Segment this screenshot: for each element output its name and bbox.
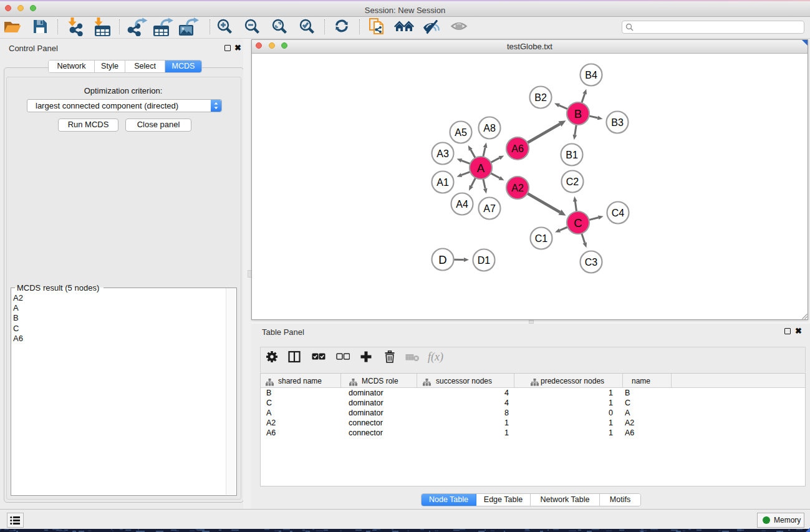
node-label-C4: C4 [612, 208, 625, 218]
result-item[interactable]: C [13, 324, 23, 334]
delete-table-icon[interactable] [405, 354, 420, 361]
edge-B-B3[interactable] [589, 116, 598, 118]
column-separator[interactable] [340, 374, 341, 387]
edge-A-A8[interactable] [483, 148, 485, 157]
table-tab-network-table[interactable]: Network Table [531, 494, 600, 506]
edge-arrowhead [597, 116, 603, 120]
main-toolbar [0, 17, 810, 39]
select-all-icon[interactable] [312, 353, 325, 360]
edge-C-C1[interactable] [560, 227, 568, 230]
criterion-dropdown[interactable]: largest connected component (directed) [27, 99, 222, 112]
wallpaper-speckle [478, 531, 485, 532]
panel-list-button[interactable] [7, 513, 24, 528]
table-tab-node-table[interactable]: Node Table [422, 494, 476, 506]
result-item[interactable]: A2 [13, 293, 23, 303]
wallpaper-speckle [587, 531, 592, 532]
refresh-icon[interactable] [334, 19, 350, 36]
control-panel-close-icon[interactable]: ✖ [234, 44, 241, 52]
result-item[interactable]: A6 [13, 334, 23, 344]
wallpaper-speckle [279, 531, 281, 532]
wallpaper-speckle [429, 531, 430, 532]
wallpaper-speckle [355, 530, 362, 531]
table-tab-motifs[interactable]: Motifs [600, 494, 640, 506]
column-header[interactable]: shared name [278, 377, 322, 385]
search-input[interactable] [636, 22, 801, 33]
import-network-icon[interactable] [66, 17, 85, 36]
mcds-result-list[interactable]: A2ABCA6 [13, 293, 23, 344]
horizontal-splitter-grip[interactable] [529, 320, 534, 324]
save-session-icon[interactable] [32, 19, 48, 34]
table-panel-float-icon[interactable] [784, 328, 791, 334]
zoom-out-icon[interactable] [244, 19, 261, 35]
zoom-fit-icon[interactable] [272, 19, 288, 35]
column-separator[interactable] [514, 374, 514, 387]
network-graph-canvas[interactable]: AA1A2A3A4A5A6A7A8BB1B2B3B4CC1C2C3C4DD1 [252, 54, 808, 319]
wallpaper-speckle [112, 530, 113, 531]
toolbar-separator [119, 19, 120, 34]
edge-C-C2[interactable] [575, 201, 576, 211]
table-tab-edge-table[interactable]: Edge Table [476, 494, 531, 506]
wallpaper-speckle [578, 530, 581, 531]
function-builder-icon[interactable]: f(x) [428, 351, 443, 364]
table-panel-close-icon[interactable]: ✖ [795, 327, 802, 336]
delete-column-icon[interactable] [384, 351, 395, 363]
clone-network-icon[interactable] [369, 17, 386, 37]
export-network-icon[interactable] [127, 17, 148, 36]
search-field[interactable] [622, 21, 804, 34]
column-header[interactable]: name [632, 377, 650, 385]
import-table-icon[interactable] [94, 17, 112, 36]
open-file-icon[interactable] [3, 19, 22, 35]
wallpaper-speckle [79, 531, 84, 532]
edge-A-A1[interactable] [461, 172, 470, 175]
deselect-all-icon[interactable] [336, 353, 350, 360]
network-window-titlebar[interactable]: testGlobe.txt [252, 40, 808, 54]
edge-B-B4[interactable] [582, 94, 585, 104]
wallpaper-speckle [718, 530, 721, 531]
edge-B-B1[interactable] [575, 125, 577, 135]
edge-C-C3[interactable] [582, 233, 585, 243]
column-header[interactable]: predecessor nodes [541, 377, 604, 385]
edge-A-A2[interactable] [491, 173, 500, 178]
edge-A-A3[interactable] [461, 160, 470, 163]
gear-icon[interactable] [266, 351, 278, 363]
result-scrollbar[interactable] [226, 288, 236, 495]
home-icon[interactable] [394, 20, 414, 34]
split-panel-icon[interactable] [288, 351, 301, 363]
result-box-border [104, 288, 236, 288]
edge-A6-B[interactable] [528, 124, 560, 143]
tab-style[interactable]: Style [95, 60, 125, 72]
column-separator[interactable] [417, 374, 417, 387]
export-table-icon[interactable] [153, 17, 175, 36]
result-item[interactable]: B [13, 313, 23, 323]
tab-mcds[interactable]: MCDS [165, 60, 201, 72]
hide-details-icon[interactable] [423, 20, 440, 34]
edge-A-A4[interactable] [471, 178, 476, 186]
zoom-selected-icon[interactable] [299, 19, 316, 35]
tab-network[interactable]: Network [49, 60, 95, 72]
network-window-title: testGlobe.txt [252, 42, 808, 51]
column-header[interactable]: MCDS role [362, 377, 398, 385]
wallpaper-speckle [453, 530, 460, 531]
memory-button[interactable]: Memory [757, 513, 804, 528]
edge-A2-C[interactable] [528, 193, 560, 212]
edge-A-A7[interactable] [483, 179, 485, 189]
column-separator[interactable] [622, 374, 623, 387]
export-image-icon[interactable] [179, 17, 200, 36]
edge-C-C4[interactable] [589, 218, 599, 220]
run-mcds-button[interactable]: Run MCDS [58, 118, 118, 132]
column-header[interactable]: successor nodes [436, 377, 492, 385]
column-separator[interactable] [671, 374, 672, 387]
show-details-icon[interactable] [451, 21, 468, 32]
edge-A-A5[interactable] [471, 150, 475, 158]
table-header[interactable]: shared nameMCDS rolesuccessor nodesprede… [261, 374, 805, 388]
add-column-icon[interactable] [360, 351, 372, 363]
control-panel-float-icon[interactable] [224, 45, 231, 51]
result-item[interactable]: A [13, 303, 23, 313]
tab-select[interactable]: Select [125, 60, 165, 72]
edge-B-B2[interactable] [559, 105, 568, 109]
close-panel-button[interactable]: Close panel [125, 118, 191, 132]
wallpaper-speckle [407, 530, 409, 531]
cell-shared-name: A [266, 409, 271, 417]
edge-A-A6[interactable] [491, 158, 499, 162]
zoom-in-icon[interactable] [217, 19, 233, 35]
